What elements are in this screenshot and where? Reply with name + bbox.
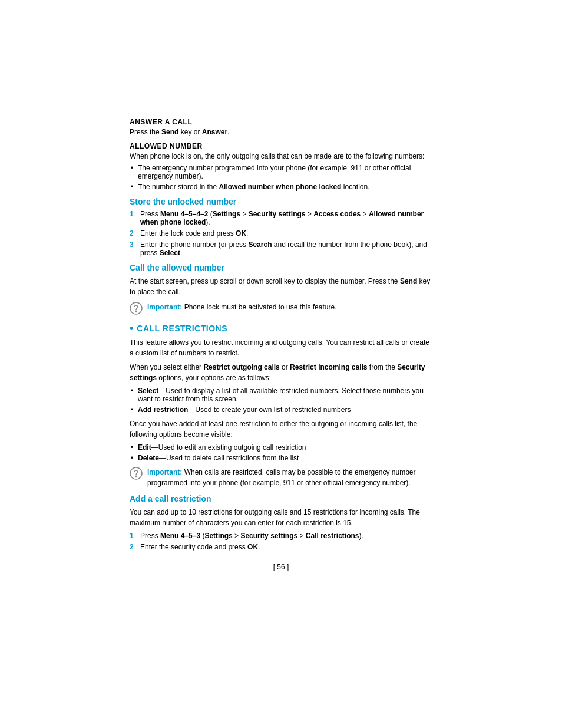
page-number: [ 56 ]: [130, 563, 432, 571]
acr-step-text-1: Press Menu 4–5–3 (Settings > Security se…: [140, 532, 432, 540]
acr-step-num-1: 1: [130, 532, 137, 540]
call-restrictions-title: CALL RESTRICTIONS: [137, 324, 227, 333]
allowed-number-intro: When phone lock is on, the only outgoing…: [130, 152, 432, 160]
call-restrictions-section: • CALL RESTRICTIONS This feature allows …: [130, 323, 432, 488]
cr-once-added: Once you have added at least one restric…: [130, 419, 432, 440]
allowed-number-bullet-2: The number stored in the Allowed number …: [138, 183, 432, 191]
store-step-1: 1 Press Menu 4–5–4–2 (Settings > Securit…: [130, 210, 432, 226]
cr-visible-edit: Edit—Used to edit an existing outgoing c…: [138, 443, 432, 452]
allowed-number-title: ALLOWED NUMBER: [130, 142, 432, 150]
call-restrictions-when-select: When you select either Restrict outgoing…: [130, 362, 432, 383]
svg-point-1: [135, 311, 137, 312]
svg-point-3: [135, 476, 137, 477]
step-num-3: 3: [130, 241, 137, 257]
acr-step-num-2: 2: [130, 543, 137, 551]
store-step-3: 3 Enter the phone number (or press Searc…: [130, 241, 432, 257]
cr-visible-delete: Delete—Used to delete call restrictions …: [138, 454, 432, 462]
call-allowed-number-body: At the start screen, press up scroll or …: [130, 276, 432, 297]
important-icon: [130, 302, 143, 315]
page-container: ANSWER A CALL Press the Send key or Answ…: [0, 0, 562, 728]
store-step-2: 2 Enter the lock code and press OK.: [130, 229, 432, 238]
call-allowed-number-heading: Call the allowed number: [130, 263, 432, 272]
cr-important-box: Important: When calls are restricted, ca…: [130, 467, 432, 488]
answer-a-call-section: ANSWER A CALL Press the Send key or Answ…: [130, 118, 432, 136]
cr-important-label: Important:: [147, 468, 182, 476]
acr-step-1: 1 Press Menu 4–5–3 (Settings > Security …: [130, 532, 432, 540]
allowed-number-bullet-1: The emergency number programmed into you…: [138, 164, 432, 180]
call-allowed-number-section: Call the allowed number At the start scr…: [130, 263, 432, 315]
step-num-2: 2: [130, 229, 137, 238]
step-text-3: Enter the phone number (or press Search …: [140, 241, 432, 257]
cr-option-add-restriction: Add restriction—Used to create your own …: [138, 406, 432, 414]
cr-important-text: Important: When calls are restricted, ca…: [147, 467, 432, 488]
important-label: Important:: [147, 303, 182, 311]
call-restrictions-heading-row: • CALL RESTRICTIONS: [130, 323, 432, 334]
store-unlocked-number-heading: Store the unlocked number: [130, 197, 432, 206]
cr-important-icon: [130, 467, 143, 480]
call-allowed-important-box: Important: Phone lock must be activated …: [130, 302, 432, 315]
acr-step-2: 2 Enter the security code and press OK.: [130, 543, 432, 551]
store-unlocked-number-section: Store the unlocked number 1 Press Menu 4…: [130, 197, 432, 257]
cr-option-select: Select—Used to display a list of all ava…: [138, 387, 432, 403]
add-call-restriction-section: Add a call restriction You can add up to…: [130, 494, 432, 551]
step-text-1: Press Menu 4–5–4–2 (Settings > Security …: [140, 210, 432, 226]
answer-a-call-title: ANSWER A CALL: [130, 118, 432, 126]
answer-a-call-body: Press the Send key or Answer.: [130, 128, 432, 136]
call-allowed-important-text: Important: Phone lock must be activated …: [147, 302, 336, 312]
add-call-restriction-heading: Add a call restriction: [130, 494, 432, 503]
acr-step-text-2: Enter the security code and press OK.: [140, 543, 432, 551]
step-text-2: Enter the lock code and press OK.: [140, 229, 432, 238]
allowed-number-section: ALLOWED NUMBER When phone lock is on, th…: [130, 142, 432, 191]
call-restrictions-bullet: •: [130, 323, 133, 334]
step-num-1: 1: [130, 210, 137, 226]
add-call-restriction-intro: You can add up to 10 restrictions for ou…: [130, 507, 432, 528]
call-restrictions-intro: This feature allows you to restrict inco…: [130, 337, 432, 358]
